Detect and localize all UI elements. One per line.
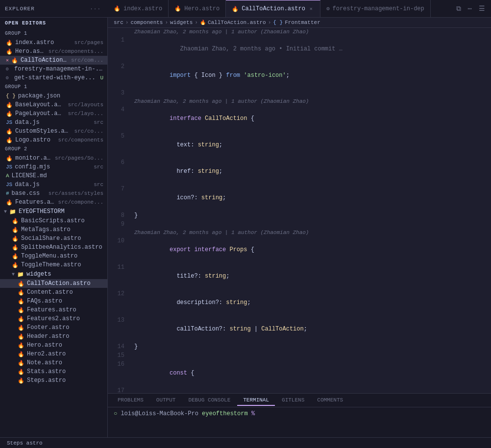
status-steps-astro: Steps astro xyxy=(4,440,46,446)
sidebar-item-customstyles[interactable]: 🔥 CustomStyles.astro src/co... xyxy=(0,127,107,136)
ellipsis-menu[interactable]: ··· xyxy=(88,5,103,13)
sidebar-item-logo[interactable]: 🔥 Logo.astro src/components xyxy=(0,136,107,144)
sidebar-item-pagelayout[interactable]: 🔥 PageLayout.astro src/layo... xyxy=(0,109,107,118)
sidebar-item-features-widget[interactable]: 🔥 Features.astro xyxy=(0,306,107,314)
sidebar-item-note[interactable]: 🔥 Note.astro xyxy=(0,358,107,367)
settings-icon: ⚙ xyxy=(6,75,12,81)
sidebar-item-features2[interactable]: 🔥 Features2.astro xyxy=(0,314,107,323)
sidebar-item-toggltheme[interactable]: 🔥 ToggleTheme.astro xyxy=(0,260,107,269)
tab-hero-astro[interactable]: 🔥 Hero.astro xyxy=(169,0,226,17)
sidebar-item-package-json[interactable]: { } package.json xyxy=(0,92,107,100)
tab-actions: ⧉ ⋯ ☰ xyxy=(450,3,491,14)
sidebar-item-content[interactable]: 🔥 Content.astro xyxy=(0,288,107,297)
flame-icon: 🔥 xyxy=(174,5,181,12)
tab-debug-console[interactable]: DEBUG CONSOLE xyxy=(182,395,236,406)
tab-index-astro[interactable]: 🔥 index.astro xyxy=(108,0,169,17)
file-name: MetaTags.astro xyxy=(21,226,103,233)
sidebar-item-faqs[interactable]: 🔥 FAQs.astro xyxy=(0,297,107,306)
file-name: FAQs.astro xyxy=(27,298,103,305)
folder-icon: 📁 xyxy=(17,271,24,278)
sidebar-item-data-js-2[interactable]: JS data.js src xyxy=(0,180,107,189)
code-line-2: 2 import { Icon } from 'astro-icon'; xyxy=(108,62,491,89)
tab-terminal[interactable]: TERMINAL xyxy=(237,395,275,406)
breadcrumb-toggle-icon[interactable]: ☰ xyxy=(477,3,487,14)
split-editor-icon[interactable]: ⧉ xyxy=(454,4,463,14)
flame-icon: 🔥 xyxy=(18,333,25,340)
sidebar-item-baselayout[interactable]: 🔥 BaseLayout.astro src/layouts xyxy=(0,100,107,109)
tab-output[interactable]: OUTPUT xyxy=(150,395,182,406)
file-path: src/layo... xyxy=(68,111,103,117)
sidebar-item-metatags[interactable]: 🔥 MetaTags.astro xyxy=(0,225,107,234)
file-path: src/pages/So... xyxy=(55,155,103,161)
tab-label: index.astro xyxy=(123,5,162,12)
file-name: ToggleTheme.astro xyxy=(21,261,103,268)
sidebar-item-splitbee[interactable]: 🔥 SplitbeeAnalytics.astro xyxy=(0,243,107,252)
sidebar-item-index-astro[interactable]: 🔥 index.astro src/pages xyxy=(0,38,107,47)
flame-icon: 🔥 xyxy=(200,20,206,25)
code-editor[interactable]: Zhaomian Zhao, 2 months ago | 1 author (… xyxy=(108,28,491,393)
sidebar-item-togglemenu[interactable]: 🔥 ToggleMenu.astro xyxy=(0,252,107,260)
open-editors-header: OPEN EDITORS xyxy=(0,18,107,29)
file-name: get-started-with-eye... xyxy=(14,74,97,81)
file-path: src/assets/styles xyxy=(49,190,103,196)
sidebar-item-data-js-1[interactable]: JS data.js src xyxy=(0,118,107,127)
flame-icon: 🔥 xyxy=(6,155,13,162)
folder-name: EYEOFTHESTORM xyxy=(19,208,65,215)
sidebar-item-config[interactable]: JS config.mjs src xyxy=(0,163,107,171)
sidebar-item-get-started[interactable]: ⚙ get-started-with-eye... U xyxy=(0,73,107,82)
sidebar-item-base-css[interactable]: # base.css src/assets/styles xyxy=(0,189,107,198)
flame-icon: 🔥 xyxy=(6,48,13,55)
more-actions-icon[interactable]: ⋯ xyxy=(466,3,474,14)
explorer-header: EXPLORER ··· xyxy=(0,5,108,13)
widgets-folder[interactable]: ▼ 📁 widgets xyxy=(0,269,107,279)
flame-icon: 🔥 xyxy=(6,128,13,135)
file-path: src/pages xyxy=(74,40,103,46)
sidebar: OPEN EDITORS GROUP 1 🔥 index.astro src/p… xyxy=(0,18,108,437)
sidebar-item-hero-astro[interactable]: 🔥 Hero.astro src/components... xyxy=(0,47,107,56)
flame-icon: 🔥 xyxy=(6,111,13,117)
code-line-10: 10 export interface Props { xyxy=(108,236,491,263)
file-name: Steps.astro xyxy=(27,377,103,384)
sidebar-item-basicscripts[interactable]: 🔥 BasicScripts.astro xyxy=(0,216,107,225)
flame-icon: 🔥 xyxy=(6,137,13,143)
sidebar-item-hero2[interactable]: 🔥 Hero2.astro xyxy=(0,350,107,358)
json-icon: { } xyxy=(6,93,16,99)
sidebar-item-monitor[interactable]: 🔥 monitor.astro src/pages/So... xyxy=(0,154,107,163)
eyeofthestorm-folder[interactable]: ▼ 📁 EYEOFTHESTORM xyxy=(0,207,107,216)
tab-comments[interactable]: COMMENTS xyxy=(311,395,349,406)
tab-forestry[interactable]: ⚙ forestry-management-in-dep xyxy=(320,0,431,17)
tab-calltoaction-astro[interactable]: 🔥 CallToAction.astro ✕ xyxy=(226,0,320,17)
sidebar-item-steps[interactable]: 🔥 Steps.astro xyxy=(0,376,107,385)
sidebar-item-hero[interactable]: 🔥 Hero.astro xyxy=(0,341,107,350)
file-name: Features.astro xyxy=(27,307,103,313)
js-icon: JS xyxy=(6,182,12,188)
sidebar-item-header[interactable]: 🔥 Header.astro xyxy=(0,332,107,341)
sidebar-item-calltoaction-widget[interactable]: 🔥 CallToAction.astro xyxy=(0,279,107,288)
flame-icon: 🔥 xyxy=(18,369,25,375)
terminal-path: eyeofthestorm xyxy=(202,410,248,417)
breadcrumb-frontmatter: Frontmatter xyxy=(285,20,320,25)
sidebar-item-socialshare[interactable]: 🔥 SocialShare.astro xyxy=(0,234,107,243)
sidebar-item-forestry[interactable]: ⚙ forestry-management-in-... xyxy=(0,65,107,73)
sidebar-item-calltoaction[interactable]: ✕ 🔥 CallToAction.astro src/com... xyxy=(0,56,107,65)
sidebar-item-license[interactable]: A LICENSE.md xyxy=(0,171,107,180)
tab-close-button[interactable]: ✕ xyxy=(308,5,314,13)
file-name: forestry-management-in-... xyxy=(14,66,103,72)
flame-icon: 🔥 xyxy=(18,289,25,296)
breadcrumb-components: components xyxy=(130,20,163,25)
code-line-5: 5 text: string; xyxy=(108,132,491,158)
flame-icon: 🔥 xyxy=(12,262,19,268)
tab-problems[interactable]: PROBLEMS xyxy=(112,395,149,406)
sidebar-item-stats[interactable]: 🔥 Stats.astro xyxy=(0,367,107,376)
sidebar-item-features[interactable]: 🔥 Features.astro src/compone... xyxy=(0,198,107,207)
flame-icon: 🔥 xyxy=(18,298,25,305)
file-name: monitor.astro xyxy=(15,155,51,162)
code-line-7: 7 icon?: string; xyxy=(108,185,491,211)
folder-name: widgets xyxy=(26,271,51,278)
js-icon: JS xyxy=(6,164,12,170)
file-name: ToggleMenu.astro xyxy=(21,253,103,259)
tab-gitlens[interactable]: GITLENS xyxy=(276,395,310,406)
file-name: LICENSE.md xyxy=(12,172,103,179)
settings-icon: ⚙ xyxy=(326,5,330,12)
sidebar-item-footer[interactable]: 🔥 Footer.astro xyxy=(0,323,107,332)
